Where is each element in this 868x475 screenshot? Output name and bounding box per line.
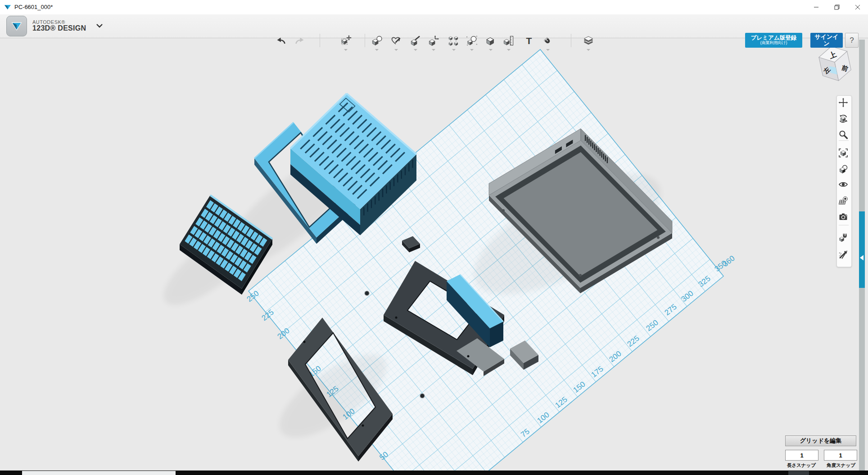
snap-icon xyxy=(838,233,848,242)
right-panel-strip-active[interactable] xyxy=(859,211,865,288)
toolbar-tool-measure-dropdown[interactable] xyxy=(507,49,511,51)
transform-icon xyxy=(340,35,352,47)
length-snap-input[interactable] xyxy=(785,450,818,461)
premium-label: プレミアム版登録 xyxy=(751,35,796,41)
premium-signup-button[interactable]: プレミアム版登録 (商業利用向け) xyxy=(745,33,802,48)
toolbar-tool-snap-dropdown[interactable] xyxy=(546,49,550,51)
edit-grid-button[interactable]: グリッドを編集 xyxy=(785,435,856,446)
minimize-button[interactable] xyxy=(806,0,827,14)
toolbar-tool-modify[interactable] xyxy=(426,33,441,49)
zoom-icon xyxy=(838,130,848,139)
show-grid-icon xyxy=(838,196,848,206)
toolbar-divider xyxy=(320,34,320,47)
toolbar-divider xyxy=(571,34,571,47)
toolbar-tool-snap[interactable] xyxy=(540,33,556,49)
screenshot-icon xyxy=(838,212,848,222)
fit-view-icon xyxy=(838,148,848,158)
toolbar-tool-group-dropdown[interactable] xyxy=(470,49,474,51)
palette-tool-snap[interactable] xyxy=(838,233,849,243)
title-bar: PC-6601_000* xyxy=(0,0,868,14)
toolbar-tool-construct-dropdown[interactable] xyxy=(414,49,417,51)
view-cube[interactable]: 上 左 前 xyxy=(816,43,855,86)
taskbar-tray-segment[interactable] xyxy=(788,471,809,475)
close-icon xyxy=(855,4,860,10)
toolbar-tool-sketch-dropdown[interactable] xyxy=(394,49,398,51)
viewport-canvas[interactable]: 2502252001751501251007550360350325300275… xyxy=(0,38,868,475)
grid-settings-panel: グリッドを編集 長さスナップ 角度スナップ xyxy=(785,435,857,469)
orbit-icon xyxy=(838,114,848,124)
palette-tool-show-grid[interactable] xyxy=(838,196,849,206)
restore-icon xyxy=(834,4,840,10)
toolbar-tool-measure[interactable] xyxy=(501,33,516,49)
palette-tool-toggle-sketch[interactable] xyxy=(838,250,849,260)
help-button[interactable]: ? xyxy=(845,33,859,48)
toolbar-tool-pattern[interactable] xyxy=(446,33,461,49)
primitives-icon xyxy=(371,35,383,47)
palette-tool-orbit[interactable] xyxy=(838,114,849,125)
angle-snap-input[interactable] xyxy=(824,450,857,461)
modify-icon xyxy=(428,35,439,47)
palette-tool-screenshot[interactable] xyxy=(838,212,849,223)
toolbar-tool-materials[interactable] xyxy=(581,33,596,49)
brand-text: AUTODESK® 123D® DESIGN xyxy=(32,20,86,32)
palette-divider xyxy=(839,225,849,225)
signin-button[interactable]: サインイン xyxy=(810,33,843,48)
toolbar-tool-pattern-dropdown[interactable] xyxy=(452,49,456,51)
materials-icon xyxy=(838,164,848,174)
measure-icon xyxy=(503,35,515,47)
snap-icon xyxy=(542,35,554,47)
brand-line2: 123D® DESIGN xyxy=(32,25,86,32)
navigation-palette xyxy=(836,95,852,267)
panel-collapse-arrow[interactable] xyxy=(860,255,863,260)
minimize-icon xyxy=(814,4,819,10)
app-icon xyxy=(4,4,11,11)
toolbar-tool-combine-dropdown[interactable] xyxy=(489,49,493,51)
toolbar-divider xyxy=(365,34,365,47)
toolbar-tool-primitives[interactable] xyxy=(369,33,384,49)
undo-icon xyxy=(276,35,287,47)
svg-text:T: T xyxy=(526,36,532,46)
premium-sublabel: (商業利用向け) xyxy=(760,41,787,45)
autodesk-123d-logo xyxy=(6,16,27,36)
app-window: PC-6601_000* AUTODESK® xyxy=(0,0,868,475)
sketch-icon xyxy=(390,35,402,47)
redo-icon xyxy=(294,35,305,47)
toolbar-tool-group[interactable] xyxy=(464,33,479,49)
palette-tool-fit-view[interactable] xyxy=(838,148,849,159)
taskbar-search-segment[interactable] xyxy=(22,471,176,475)
length-snap-label: 長さスナップ xyxy=(785,462,818,469)
scene-part-screw-rear[interactable] xyxy=(420,394,425,398)
toolbar-tool-modify-dropdown[interactable] xyxy=(432,49,435,51)
toolbar-tool-transform-dropdown[interactable] xyxy=(344,49,348,51)
palette-tool-pan[interactable] xyxy=(838,98,849,108)
pan-icon xyxy=(838,98,848,108)
combine-icon xyxy=(485,35,497,47)
text-icon: T xyxy=(523,35,535,47)
signin-label: サインイン xyxy=(813,34,840,47)
palette-tool-materials[interactable] xyxy=(838,164,849,175)
group-icon xyxy=(466,35,478,47)
construct-icon xyxy=(410,35,421,47)
toolbar-tool-redo[interactable] xyxy=(292,33,307,49)
scene-part-screw-front[interactable] xyxy=(365,291,369,296)
toolbar-tool-text[interactable]: T xyxy=(521,33,537,49)
palette-tool-show-hide[interactable] xyxy=(838,179,849,190)
toolbar-tool-materials-dropdown[interactable] xyxy=(587,49,590,51)
right-panel-strip xyxy=(859,40,865,471)
main-toolbar: AUTODESK® 123D® DESIGN T プレミアム版登録 (商業利用向… xyxy=(0,14,868,38)
show-hide-icon xyxy=(838,179,848,189)
chevron-down-icon xyxy=(96,23,103,29)
toolbar-tool-combine[interactable] xyxy=(483,33,498,49)
toggle-sketch-icon xyxy=(838,250,848,260)
toolbar-tool-sketch[interactable] xyxy=(389,33,404,49)
toolbar-tool-primitives-dropdown[interactable] xyxy=(375,49,379,51)
toolbar-tool-transform[interactable] xyxy=(338,33,353,49)
restore-button[interactable] xyxy=(827,0,847,14)
close-button[interactable] xyxy=(847,0,868,14)
pattern-icon xyxy=(448,35,460,47)
palette-tool-zoom[interactable] xyxy=(838,130,849,140)
toolbar-tool-construct[interactable] xyxy=(408,33,423,49)
toolbar-tool-undo[interactable] xyxy=(274,33,289,49)
taskbar[interactable] xyxy=(0,471,868,475)
app-menu[interactable]: AUTODESK® 123D® DESIGN xyxy=(6,16,103,36)
